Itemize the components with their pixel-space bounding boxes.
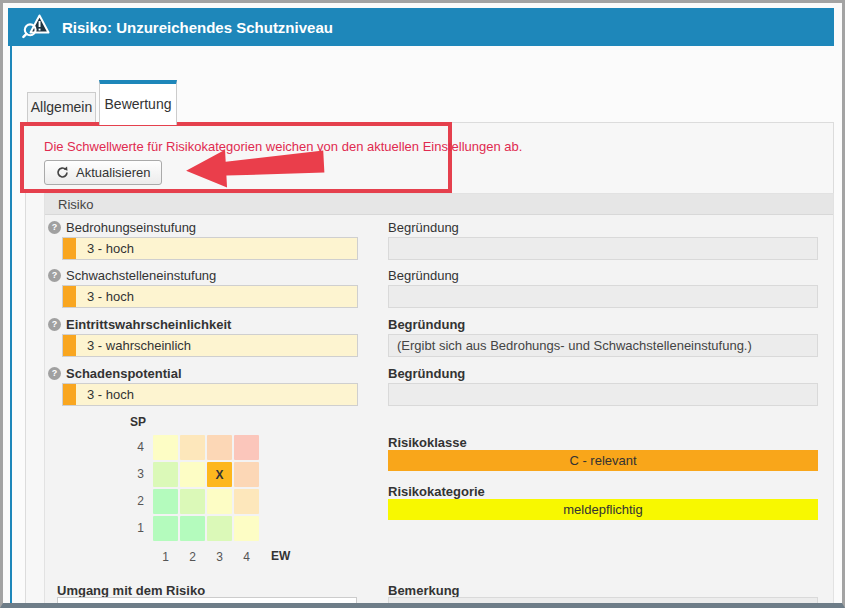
- help-icon[interactable]: ?: [48, 221, 61, 234]
- begruendung-input-1: [388, 237, 818, 260]
- annotation-arrow-icon: [186, 143, 328, 191]
- risikokategorie-label: Risikokategorie: [388, 484, 485, 499]
- matrix-row-label: 1: [124, 516, 144, 541]
- tab-bewertung[interactable]: Bewertung: [99, 80, 177, 125]
- eintritt-select[interactable]: 3 - wahrscheinlich: [62, 334, 358, 357]
- bedrohung-value: 3 - hoch: [87, 241, 134, 256]
- matrix-cell[interactable]: [207, 489, 232, 514]
- schwachstellen-select[interactable]: 3 - hoch: [62, 285, 358, 308]
- matrix-col-label: 2: [180, 550, 205, 564]
- refresh-icon: [56, 166, 69, 179]
- matrix-cell[interactable]: [207, 435, 232, 460]
- matrix-cell[interactable]: [207, 516, 232, 541]
- risikokategorie-banner: meldepflichtig: [388, 499, 818, 520]
- schwachstellen-label: Schwachstelleneinstufung: [66, 268, 216, 283]
- help-icon[interactable]: ?: [48, 318, 61, 331]
- dialog-left-accent: [10, 46, 12, 603]
- matrix-cell[interactable]: [234, 462, 259, 487]
- begruendung-input-2: [388, 285, 818, 308]
- schaden-label: Schadenspotential: [66, 366, 182, 381]
- matrix-col-labels: 1 2 3 4: [153, 550, 259, 564]
- aktualisieren-button-label: Aktualisieren: [76, 165, 150, 180]
- bedrohung-label: Bedrohungseinstufung: [66, 220, 196, 235]
- begruendung-label-2: Begründung: [388, 268, 459, 283]
- matrix-cell-selected[interactable]: X: [207, 462, 232, 487]
- matrix-col-label: 1: [153, 550, 178, 564]
- matrix-cell[interactable]: [234, 516, 259, 541]
- risk-panel-header: Risiko: [45, 194, 833, 215]
- matrix-cell[interactable]: [153, 462, 178, 487]
- bemerkung-label: Bemerkung: [388, 583, 460, 598]
- risikoklasse-label: Risikoklasse: [388, 435, 467, 450]
- schwachstellen-value: 3 - hoch: [87, 289, 134, 304]
- ew-axis-label: EW: [271, 549, 290, 563]
- sp-axis-label: SP: [130, 415, 146, 429]
- risk-matrix-grid: X: [153, 435, 259, 541]
- matrix-col-label: 4: [234, 550, 259, 564]
- rating-color-bar: [63, 384, 76, 405]
- rating-color-bar: [63, 238, 76, 259]
- begruendung-label-4: Begründung: [388, 366, 465, 381]
- rating-color-bar: [63, 286, 76, 307]
- matrix-row-label: 3: [124, 462, 144, 487]
- matrix-cell[interactable]: [180, 435, 205, 460]
- matrix-cell[interactable]: [180, 516, 205, 541]
- matrix-cell[interactable]: [180, 489, 205, 514]
- matrix-cell[interactable]: [153, 516, 178, 541]
- matrix-row-labels: 4 3 2 1: [124, 435, 144, 541]
- begruendung-input-3: (Ergibt sich aus Bedrohungs- und Schwach…: [388, 334, 818, 357]
- aktualisieren-button[interactable]: Aktualisieren: [44, 160, 162, 185]
- bedrohung-select[interactable]: 3 - hoch: [62, 237, 358, 260]
- matrix-row-label: 2: [124, 489, 144, 514]
- matrix-col-label: 3: [207, 550, 232, 564]
- help-icon[interactable]: ?: [48, 269, 61, 282]
- bemerkung-input: [388, 597, 818, 608]
- begruendung-label-1: Begründung: [388, 220, 459, 235]
- schaden-value: 3 - hoch: [87, 387, 134, 402]
- risk-warning-search-icon: [22, 13, 50, 41]
- matrix-cell[interactable]: [153, 489, 178, 514]
- help-icon[interactable]: ?: [48, 367, 61, 380]
- tab-allgemein[interactable]: Allgemein: [27, 92, 96, 122]
- begruendung-input-4: [388, 383, 818, 406]
- rating-color-bar: [63, 335, 76, 356]
- eintritt-value: 3 - wahrscheinlich: [87, 338, 191, 353]
- title-bar: Risiko: Unzureichendes Schutzniveau: [8, 8, 834, 46]
- umgang-select[interactable]: behandeln: [57, 597, 357, 608]
- matrix-row-label: 4: [124, 435, 144, 460]
- umgang-label: Umgang mit dem Risiko: [57, 583, 205, 598]
- matrix-cell[interactable]: [153, 435, 178, 460]
- window-title: Risiko: Unzureichendes Schutzniveau: [62, 19, 333, 36]
- begruendung-label-3: Begründung: [388, 317, 465, 332]
- eintritt-label: Eintrittswahrscheinlichkeit: [66, 317, 231, 332]
- risikoklasse-banner: C - relevant: [388, 450, 818, 471]
- matrix-cell[interactable]: [234, 489, 259, 514]
- risk-dialog-window: Risiko: Unzureichendes Schutzniveau Allg…: [0, 0, 845, 608]
- matrix-cell[interactable]: [180, 462, 205, 487]
- matrix-cell[interactable]: [234, 435, 259, 460]
- schaden-select[interactable]: 3 - hoch: [62, 383, 358, 406]
